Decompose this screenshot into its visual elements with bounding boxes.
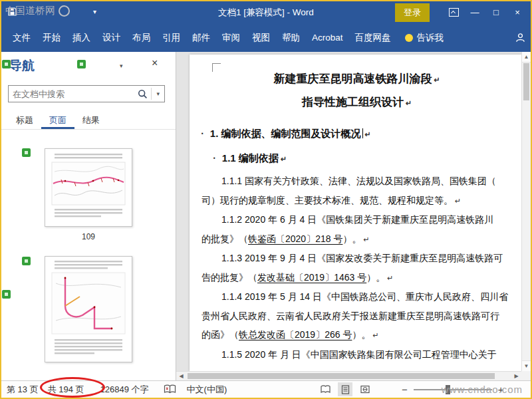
status-page-number[interactable]: 第 13 页 — [7, 384, 39, 396]
page-thumbnail-map-2[interactable] — [45, 256, 132, 362]
site-watermark-top: 中国道桥网 — [5, 5, 70, 17]
watermark-stamp-icon — [77, 60, 86, 68]
scroll-down-button[interactable]: ▼ — [522, 360, 531, 371]
print-layout-icon — [341, 385, 350, 394]
search-input[interactable] — [9, 89, 134, 99]
ribbon-tab-bar: 文件开始插入设计布局引用邮件审阅视图帮助Acrobat百度网盘 告诉我 — [1, 23, 531, 52]
status-total-pages[interactable]: 共 194 页 — [48, 384, 84, 396]
main-content: 导航 ▾ × ▾ 标题页面结果 — [1, 52, 531, 380]
title-bar: ▾ 中国道桥网 文档1 [兼容模式] - Word 登录 — □ × — [1, 1, 531, 23]
doc-line: 1.1.3 2019 年 9 月 4 日《国家发改委关于新建重庆至昆明高速铁路可 — [201, 249, 521, 268]
site-watermark-text: 中国道桥网 — [5, 5, 55, 17]
ribbon-tab[interactable]: 视图 — [246, 23, 276, 52]
watermark-stamp-icon — [22, 148, 31, 157]
ribbon-tab[interactable]: Acrobat — [306, 23, 349, 52]
navigation-pane: 导航 ▾ × ▾ 标题页面结果 — [1, 52, 176, 380]
site-watermark-bottom: www.cndao.com — [442, 384, 523, 395]
watermark-stamp-icon — [2, 60, 11, 68]
proofing-status-icon[interactable] — [164, 384, 176, 394]
search-icon-wrap[interactable] — [134, 89, 151, 99]
nav-close-icon[interactable]: × — [152, 57, 158, 69]
vertical-scroll-thumb[interactable] — [523, 63, 529, 100]
doc-line: 1.1.1 国家有关方针政策、法律、法规以及国家铁路局、国铁集团（ — [201, 172, 521, 191]
web-layout-button[interactable] — [358, 382, 372, 396]
doc-line: ▪1.1 编制依据↵ — [201, 148, 521, 169]
read-mode-button[interactable] — [318, 382, 332, 396]
doc-line: 的批复》（铁鉴函〔2020〕218 号）。↵ — [201, 229, 521, 249]
tell-me-box[interactable]: 告诉我 — [405, 32, 444, 44]
print-layout-button[interactable] — [338, 382, 352, 396]
doc-line: 的函》（铁总发改函〔2019〕266 号）。↵ — [201, 325, 521, 345]
ribbon-tab[interactable]: 百度网盘 — [349, 23, 397, 52]
nav-tab[interactable]: 标题 — [8, 110, 41, 129]
ribbon-tab[interactable]: 帮助 — [276, 23, 306, 52]
doc-line: ▪1. 编制依据、编制范围及设计概况↵ — [201, 124, 521, 144]
nav-tab[interactable]: 页面 — [41, 110, 74, 129]
thumbnail-page-number: 109 — [1, 232, 176, 241]
minimize-button[interactable]: — — [464, 1, 485, 23]
watermark-stamp-icon — [22, 257, 31, 265]
ribbon-tab[interactable]: 开始 — [37, 23, 66, 52]
nav-dropdown-icon[interactable]: ▾ — [120, 63, 123, 69]
ribbon-display-icon — [449, 8, 459, 17]
ribbon-tabs: 文件开始插入设计布局引用邮件审阅视图帮助Acrobat百度网盘 — [1, 23, 397, 52]
document-content: 新建重庆至昆明高速铁路川渝段↵指导性施工组织设计↵▪1. 编制依据、编制范围及设… — [190, 55, 521, 364]
scroll-left-button[interactable]: ◀ — [176, 372, 186, 380]
search-dropdown-icon[interactable]: ▾ — [152, 90, 164, 97]
doc-line: 指导性施工组织设计↵ — [201, 91, 521, 114]
close-button[interactable]: × — [507, 1, 528, 23]
site-logo-icon — [59, 5, 70, 17]
doc-line: 1.1.4 2019 年 5 月 14 日《中国铁路总公司、重庆市人民政府、四川… — [201, 287, 521, 307]
nav-tabs: 标题页面结果 — [1, 110, 176, 130]
doc-line: 新建重庆至昆明高速铁路川渝段↵ — [201, 68, 521, 91]
status-word-count[interactable]: 126849 个字 — [100, 384, 149, 396]
ribbon-display-options-button[interactable] — [443, 1, 464, 23]
page-thumbnail-map-1[interactable] — [45, 148, 132, 227]
watermark-stamp-icon — [2, 290, 11, 299]
status-language[interactable]: 中文(中国) — [187, 384, 227, 396]
ribbon-tab[interactable]: 引用 — [156, 23, 186, 52]
doc-line: 司）现行的规章制度、主要技术标准、规范、规程和规定等。↵ — [201, 191, 521, 211]
margin-crop-mark — [212, 63, 221, 72]
horizontal-scrollbar[interactable]: ◀ ▶ — [176, 371, 521, 380]
zoom-out-button[interactable]: − — [402, 384, 408, 395]
document-page[interactable]: 新建重庆至昆明高速铁路川渝段↵指导性施工组织设计↵▪1. 编制依据、编制范围及设… — [190, 55, 521, 371]
thumbnails-panel: 109 — [1, 130, 176, 380]
tell-me-label: 告诉我 — [417, 32, 444, 44]
maximize-button[interactable]: □ — [485, 1, 507, 23]
horizontal-scroll-thumb[interactable] — [188, 373, 495, 379]
view-buttons — [318, 382, 372, 396]
nav-tab[interactable]: 结果 — [74, 110, 108, 129]
ribbon-tab[interactable]: 设计 — [96, 23, 126, 52]
search-box: ▾ — [8, 85, 165, 102]
account-icon[interactable] — [515, 33, 525, 43]
search-icon — [138, 89, 148, 99]
scrollbar-corner — [521, 371, 531, 380]
web-layout-icon — [360, 385, 370, 394]
lightbulb-icon — [405, 34, 413, 42]
doc-line: 贵州省人民政府、云南省人民政府关于报送新建重庆至昆明高速铁路可行 — [201, 307, 521, 326]
ribbon-tab[interactable]: 文件 — [7, 23, 37, 52]
navigation-title: 导航 — [9, 57, 35, 74]
doc-line: 1.1.2 2020 年 6 月 4 日《国铁集团关于新建重庆至昆明高速铁路川 — [201, 210, 521, 229]
ribbon-tab[interactable]: 审阅 — [216, 23, 246, 52]
document-area: 新建重庆至昆明高速铁路川渝段↵指导性施工组织设计↵▪1. 编制依据、编制范围及设… — [176, 52, 531, 380]
ribbon-tab[interactable]: 插入 — [66, 23, 96, 52]
title-bar-controls: 登录 — □ × — [395, 1, 528, 23]
login-button[interactable]: 登录 — [395, 3, 430, 22]
doc-line: 告的批复》（发改基础〔2019〕1463 号）。↵ — [201, 268, 521, 288]
scroll-right-button[interactable]: ▶ — [511, 372, 521, 380]
ribbon-tab[interactable]: 布局 — [126, 23, 156, 52]
read-mode-icon — [321, 385, 331, 394]
word-window: ▾ 中国道桥网 文档1 [兼容模式] - Word 登录 — □ × 文件开始插… — [0, 0, 532, 399]
doc-line: 1.1.5 2020 年 月 日《中国国家铁路集团有限公司工程管理中心关于 — [201, 345, 521, 364]
account-area — [515, 23, 525, 52]
vertical-scrollbar[interactable]: ▲ ▼ — [521, 52, 531, 371]
ribbon-tab[interactable]: 邮件 — [186, 23, 216, 52]
scroll-up-button[interactable]: ▲ — [522, 52, 531, 63]
